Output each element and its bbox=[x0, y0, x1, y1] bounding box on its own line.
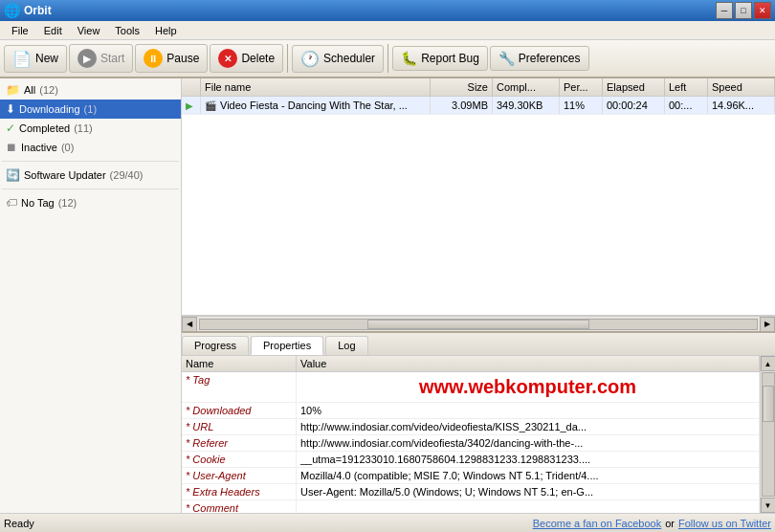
sidebar-notag-count: (12) bbox=[58, 197, 78, 209]
facebook-link[interactable]: Become a fan on Facebook bbox=[533, 518, 662, 529]
sidebar-sep2 bbox=[2, 188, 179, 189]
toolbar-sep-2 bbox=[388, 44, 388, 73]
menu-edit[interactable]: Edit bbox=[36, 23, 70, 38]
props-watermark-row: * Tag www.webkomputer.com bbox=[182, 372, 760, 403]
td-filename: 🎬 Video Fiesta - Dancing With The Star, … bbox=[201, 97, 431, 114]
twitter-link[interactable]: Follow us on Twitter bbox=[678, 518, 771, 529]
new-button[interactable]: 📄 New bbox=[4, 45, 67, 73]
th-size: Size bbox=[431, 78, 493, 96]
hscroll-track[interactable] bbox=[199, 319, 758, 330]
preferences-button[interactable]: 🔧 Preferences bbox=[490, 46, 589, 71]
properties-table[interactable]: Name Value * Tag www.webkomputer.com * D… bbox=[182, 356, 760, 513]
new-icon: 📄 bbox=[12, 50, 32, 68]
pause-label: Pause bbox=[166, 52, 199, 65]
delete-icon: ✕ bbox=[218, 49, 237, 68]
scheduler-icon: 🕐 bbox=[300, 50, 320, 68]
sidebar-item-all[interactable]: 📁 All (12) bbox=[0, 80, 181, 100]
no-tag-icon: 🏷 bbox=[6, 196, 17, 210]
sidebar-software-count: (29/40) bbox=[110, 169, 144, 181]
sidebar-downloading-label: Downloading bbox=[19, 103, 80, 115]
scroll-right-button[interactable]: ▶ bbox=[760, 317, 775, 332]
tab-properties[interactable]: Properties bbox=[251, 336, 323, 355]
menu-tools[interactable]: Tools bbox=[107, 23, 147, 38]
tab-log[interactable]: Log bbox=[325, 336, 367, 355]
status-links: Become a fan on Facebook or Follow us on… bbox=[533, 518, 771, 529]
props-watermark: www.webkomputer.com bbox=[297, 372, 760, 402]
horizontal-scrollbar[interactable]: ◀ ▶ bbox=[182, 316, 775, 331]
props-row-useragent: * User-Agent Mozilla/4.0 (compatible; MS… bbox=[182, 468, 760, 484]
props-row-url: * URL http://www.indosiar.com/video/vide… bbox=[182, 419, 760, 435]
tab-progress-label: Progress bbox=[194, 340, 236, 351]
props-url-val: http://www.indosiar.com/video/videofiest… bbox=[297, 419, 760, 434]
reportbug-button[interactable]: 🐛 Report Bug bbox=[392, 46, 488, 71]
sidebar-item-software-updater[interactable]: 🔄 Software Updater (29/40) bbox=[0, 166, 181, 185]
scheduler-button[interactable]: 🕐 Scheduler bbox=[292, 45, 384, 73]
scroll-left-button[interactable]: ◀ bbox=[182, 317, 197, 332]
status-bar: Ready Become a fan on Facebook or Follow… bbox=[0, 513, 775, 532]
sidebar-item-inactive[interactable]: ⏹ Inactive (0) bbox=[0, 138, 181, 157]
td-elapsed: 00:00:24 bbox=[603, 97, 665, 114]
props-extra-val: User-Agent: Mozilla/5.0 (Windows; U; Win… bbox=[297, 484, 760, 499]
scroll-up-button[interactable]: ▲ bbox=[761, 356, 776, 371]
props-cookie-val: __utma=191233010.1680758604.1298831233.1… bbox=[297, 452, 760, 467]
close-button[interactable]: ✕ bbox=[754, 2, 771, 19]
td-completed: 349.30KB bbox=[493, 97, 560, 114]
start-label: Start bbox=[100, 52, 124, 65]
props-th-name: Name bbox=[182, 356, 297, 371]
pause-icon: ⏸ bbox=[144, 49, 163, 68]
th-speed: Speed bbox=[708, 78, 775, 96]
menu-help[interactable]: Help bbox=[147, 23, 185, 38]
sidebar-downloading-count: (1) bbox=[84, 103, 97, 115]
menu-file[interactable]: File bbox=[4, 23, 36, 38]
sidebar-software-label: Software Updater bbox=[24, 169, 106, 181]
sidebar-item-downloading[interactable]: ⬇ Downloading (1) bbox=[0, 100, 181, 119]
minimize-button[interactable]: ─ bbox=[716, 2, 733, 19]
td-size: 3.09MB bbox=[431, 97, 493, 114]
sidebar: 📁 All (12) ⬇ Downloading (1) ✓ Completed… bbox=[0, 78, 182, 513]
toolbar-sep-1 bbox=[287, 44, 288, 73]
maximize-button[interactable]: □ bbox=[735, 2, 752, 19]
status-text: Ready bbox=[4, 518, 533, 529]
bottom-panel: Progress Properties Log Name Value bbox=[182, 331, 775, 513]
properties-panel: Name Value * Tag www.webkomputer.com * D… bbox=[182, 356, 775, 513]
table-row[interactable]: ▶ 🎬 Video Fiesta - Dancing With The Star… bbox=[182, 97, 775, 115]
title-bar: 🌐 Orbit ─ □ ✕ bbox=[0, 0, 775, 21]
props-referer-val: http://www.indosiar.com/videofiesta/3402… bbox=[297, 435, 760, 451]
props-url-name: * URL bbox=[182, 419, 297, 434]
menu-view[interactable]: View bbox=[70, 23, 108, 38]
download-table[interactable]: File name Size Compl... Per... Elapsed L… bbox=[182, 78, 775, 316]
props-downloaded-val: 10% bbox=[297, 403, 760, 418]
vscroll-thumb[interactable] bbox=[763, 386, 774, 422]
vertical-scrollbar[interactable]: ▲ ▼ bbox=[760, 356, 775, 513]
start-button[interactable]: ▶ Start bbox=[69, 44, 133, 73]
main-layout: 📁 All (12) ⬇ Downloading (1) ✓ Completed… bbox=[0, 78, 775, 513]
scheduler-label: Scheduler bbox=[323, 52, 375, 65]
hscroll-thumb[interactable] bbox=[367, 320, 590, 329]
sidebar-completed-count: (11) bbox=[74, 122, 93, 134]
bug-icon: 🐛 bbox=[401, 51, 417, 66]
preferences-label: Preferences bbox=[519, 52, 581, 65]
sidebar-item-no-tag[interactable]: 🏷 No Tag (12) bbox=[0, 193, 181, 212]
props-downloaded-name: * Downloaded bbox=[182, 403, 297, 418]
props-comment-name: * Comment bbox=[182, 500, 297, 513]
pause-button[interactable]: ⏸ Pause bbox=[135, 44, 208, 73]
downloading-icon: ⬇ bbox=[6, 102, 15, 116]
th-elapsed: Elapsed bbox=[603, 78, 665, 96]
scroll-down-button[interactable]: ▼ bbox=[761, 498, 776, 513]
props-row-comment: * Comment bbox=[182, 500, 760, 513]
td-speed: 14.96K... bbox=[708, 97, 775, 114]
props-comment-val bbox=[297, 500, 760, 513]
tab-log-label: Log bbox=[338, 340, 355, 351]
props-tag-name: * Tag bbox=[182, 372, 297, 402]
all-icon: 📁 bbox=[6, 83, 20, 97]
vscroll-track[interactable] bbox=[762, 372, 775, 497]
new-label: New bbox=[35, 52, 58, 65]
delete-button[interactable]: ✕ Delete bbox=[210, 44, 283, 73]
props-row-referer: * Referer http://www.indosiar.com/videof… bbox=[182, 435, 760, 452]
sidebar-notag-label: No Tag bbox=[21, 197, 55, 209]
props-row-cookie: * Cookie __utma=191233010.1680758604.129… bbox=[182, 452, 760, 468]
wrench-icon: 🔧 bbox=[498, 51, 515, 66]
sidebar-item-completed[interactable]: ✓ Completed (11) bbox=[0, 119, 181, 138]
tab-bar: Progress Properties Log bbox=[182, 333, 775, 356]
tab-progress[interactable]: Progress bbox=[182, 336, 249, 355]
